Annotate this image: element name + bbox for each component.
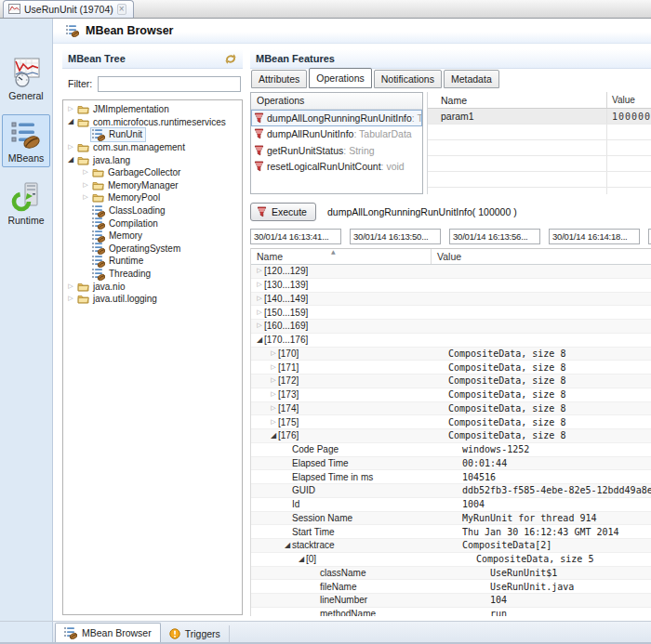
- tree-node[interactable]: ▷com.sun.management: [63, 141, 242, 154]
- expander-icon[interactable]: ▷: [255, 268, 264, 274]
- expander-icon[interactable]: ▷: [269, 391, 278, 398]
- result-row[interactable]: ▷[160...169]: [251, 320, 651, 334]
- expander-icon[interactable]: ◢: [255, 336, 264, 344]
- result-row[interactable]: methodNamerun: [251, 608, 651, 616]
- result-row[interactable]: classNameUseRunUnit$1: [251, 567, 651, 581]
- result-row[interactable]: ▷[120...129]: [251, 265, 651, 279]
- result-row[interactable]: ▷[174]CompositeData, size 8: [251, 402, 651, 416]
- expander-icon[interactable]: ▷: [269, 350, 278, 357]
- result-row[interactable]: GUIDddb52fb3-f585-4ebe-82e5-12bdd49a8efd: [251, 484, 651, 498]
- result-row[interactable]: fileNameUseRunUnit.java: [251, 580, 651, 594]
- result-tab[interactable]: 30/01/14 16:13:41...: [250, 229, 341, 244]
- expander-icon[interactable]: ▷: [81, 169, 90, 176]
- operations-list: Operations dumpAllLongRunningRunUnitInfo…: [250, 92, 423, 194]
- parameter-value[interactable]: 100000: [607, 112, 651, 122]
- empty-parameter-row: [428, 125, 651, 140]
- refresh-icon[interactable]: [224, 53, 237, 65]
- result-row[interactable]: Code Pagewindows-1252: [251, 443, 651, 457]
- editor-tab-userununit[interactable]: UseRunUnit (19704) ×: [3, 0, 134, 18]
- tab-operations[interactable]: Operations: [309, 68, 371, 88]
- tree-node[interactable]: ▷java.nio: [63, 280, 242, 293]
- expander-icon[interactable]: ▷: [255, 296, 264, 302]
- expander-icon[interactable]: ▷: [269, 419, 278, 426]
- result-row[interactable]: Session NameMyRunUnit for thread 914: [251, 512, 651, 526]
- result-row[interactable]: Elapsed Time00:01:44: [251, 457, 651, 471]
- results-column-value-header[interactable]: Value: [432, 251, 651, 262]
- bottom-tab-triggers[interactable]: Triggers: [161, 625, 230, 642]
- results-column-name-header[interactable]: Name ▲: [251, 249, 432, 264]
- expander-icon[interactable]: ▷: [269, 405, 278, 412]
- expander-icon[interactable]: ▷: [255, 322, 264, 329]
- result-row[interactable]: ◢[170...176]: [251, 334, 651, 348]
- expander-icon[interactable]: ▷: [255, 309, 264, 316]
- expander-icon[interactable]: ▷: [269, 377, 278, 384]
- mbean-features-title: MBean Features: [256, 53, 335, 64]
- page-title: MBean Browser: [86, 24, 173, 37]
- operation-item[interactable]: resetLogicalRunUnitCount : void: [251, 159, 422, 176]
- result-name-label: [130...139]: [264, 280, 308, 290]
- result-row[interactable]: ▷[173]CompositeData, size 8: [251, 388, 651, 402]
- tab-attributes[interactable]: Attributes: [251, 70, 307, 88]
- result-row[interactable]: ▷[171]CompositeData, size 8: [251, 361, 651, 375]
- bottom-tab-mbean-browser[interactable]: MBean Browser: [55, 623, 161, 642]
- result-tab[interactable]: 30/01/14 16:13:56...: [449, 229, 540, 244]
- expander-icon[interactable]: ▷: [66, 106, 75, 112]
- sidebar-item-runtime[interactable]: Runtime: [2, 177, 50, 230]
- tab-metadata[interactable]: Metadata: [444, 70, 499, 88]
- result-row[interactable]: ▷[140...149]: [251, 293, 651, 307]
- parameter-row[interactable]: param1100000: [428, 109, 651, 125]
- result-row[interactable]: lineNumber104: [251, 594, 651, 608]
- expander-icon[interactable]: ◢: [66, 118, 75, 125]
- result-row[interactable]: ▷[170]CompositeData, size 8: [251, 348, 651, 361]
- expander-icon[interactable]: ▷: [66, 296, 75, 302]
- result-value: CompositeData, size 8: [443, 417, 651, 427]
- result-name-label: lineNumber: [320, 595, 367, 605]
- result-tab[interactable]: 30/01/14 16:14:18...: [549, 229, 640, 244]
- tree-node[interactable]: Threading: [63, 268, 242, 281]
- expander-icon[interactable]: ▷: [81, 194, 90, 201]
- tree-node[interactable]: ◢java.lang: [63, 153, 242, 166]
- result-row[interactable]: ▷[175]CompositeData, size 8: [251, 415, 651, 429]
- result-row[interactable]: Elapsed Time in ms104516: [251, 470, 651, 484]
- expander-icon[interactable]: ▷: [269, 364, 278, 371]
- filter-input[interactable]: [98, 76, 241, 92]
- tree-node[interactable]: ▷JMImplementation: [63, 103, 242, 116]
- result-row[interactable]: ▷[172]CompositeData, size 8: [251, 375, 651, 388]
- operation-item[interactable]: dumpAllRunUnitInfo : TabularData: [251, 126, 422, 143]
- execute-button[interactable]: Execute: [250, 203, 316, 221]
- editor-tab-bar: UseRunUnit (19704) ×: [0, 0, 651, 19]
- result-row[interactable]: ▷[130...139]: [251, 279, 651, 293]
- tab-notifications[interactable]: Notifications: [374, 70, 442, 88]
- folder-icon: [77, 117, 89, 127]
- expander-icon[interactable]: ▷: [255, 282, 264, 288]
- result-row-name: ◢[0]: [251, 554, 471, 564]
- expander-icon[interactable]: ◢: [269, 432, 278, 440]
- expander-icon[interactable]: ◢: [283, 542, 292, 549]
- sidebar-item-label: Runtime: [7, 215, 44, 226]
- result-row[interactable]: ◢[0]CompositeData, size 5: [251, 553, 651, 567]
- tree-node-label: Threading: [109, 269, 151, 279]
- close-icon[interactable]: ×: [117, 4, 126, 15]
- feature-tabs: AttributesOperationsNotificationsMetadat…: [250, 69, 651, 88]
- panels: MBean Tree Filter: ▷JMImplementation◢com…: [53, 44, 651, 621]
- tree-node[interactable]: ▷GarbageCollector: [63, 166, 242, 179]
- tree-node[interactable]: ▷java.util.logging: [63, 293, 242, 306]
- result-row[interactable]: ◢stacktraceCompositeData[2]: [251, 539, 651, 553]
- operation-item[interactable]: dumpAllLongRunningRunUnitInfo : TabularD…: [251, 110, 422, 126]
- expander-icon[interactable]: ▷: [81, 182, 90, 189]
- sidebar-item-mbeans[interactable]: MBeans: [2, 114, 50, 167]
- expander-icon[interactable]: ▷: [66, 283, 75, 290]
- sidebar-item-general[interactable]: General: [2, 52, 50, 105]
- expander-icon[interactable]: ▷: [66, 144, 75, 151]
- result-tab[interactable]: 30/01/14 16:13:50...: [350, 229, 441, 244]
- operation-item[interactable]: getRunUnitStatus : String: [251, 142, 422, 159]
- expander-icon[interactable]: ◢: [297, 556, 306, 563]
- tree-node[interactable]: RunUnit: [63, 128, 242, 141]
- result-name-label: GUID: [292, 485, 315, 495]
- result-row[interactable]: Start TimeThu Jan 30 16:12:43 GMT 2014: [251, 525, 651, 539]
- result-row[interactable]: ▷[150...159]: [251, 306, 651, 320]
- result-row[interactable]: ◢[176]CompositeData, size 8: [251, 429, 651, 443]
- expander-icon[interactable]: ◢: [66, 156, 75, 164]
- tree-node[interactable]: ▷MemoryManager: [63, 179, 242, 192]
- result-row[interactable]: Id1004: [251, 498, 651, 512]
